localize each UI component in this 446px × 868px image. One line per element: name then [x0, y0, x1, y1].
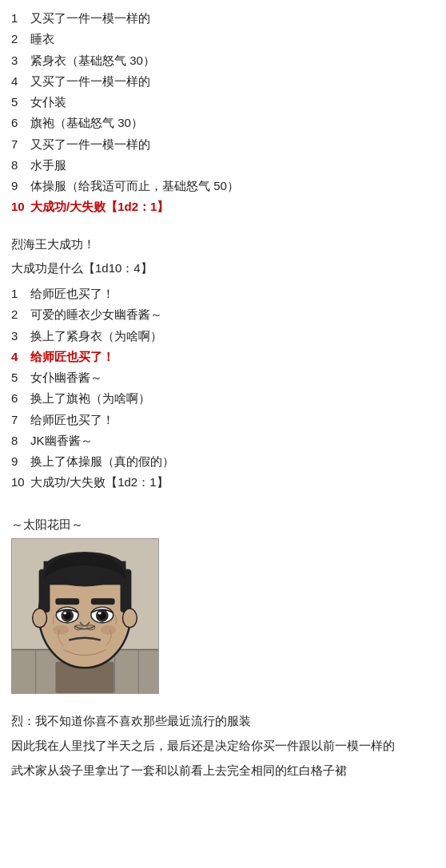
- list-item: 3 换上了紧身衣（为啥啊）: [11, 326, 435, 347]
- svg-rect-17: [55, 598, 79, 604]
- list-num: 9: [11, 451, 27, 472]
- list-num-red: 10: [11, 196, 27, 217]
- svg-point-22: [63, 612, 66, 614]
- list-text: 紧身衣（基础怒气 30）: [30, 50, 155, 71]
- list-text: 旗袍（基础怒气 30）: [30, 113, 143, 133]
- paragraph-text: 因此我在人里找了半天之后，最后还是决定给你买一件跟以前一模一样的: [11, 739, 395, 752]
- announce-line1: 烈海王大成功！: [11, 234, 435, 255]
- svg-point-16: [122, 608, 137, 628]
- blank-line: [11, 223, 435, 234]
- paragraph-text: 烈：我不知道你喜不喜欢那些最近流行的服装: [11, 714, 251, 727]
- svg-point-30: [101, 625, 117, 635]
- list-num: 1: [11, 8, 27, 29]
- list-text: 水手服: [30, 155, 66, 176]
- list-text: 换上了旗袍（为啥啊）: [30, 388, 150, 409]
- paragraph-section: 烈：我不知道你喜不喜欢那些最近流行的服装 因此我在人里找了半天之后，最后还是决定…: [11, 710, 435, 782]
- list-item: 2 可爱的睡衣少女幽香酱～: [11, 304, 435, 325]
- list-num: 1: [11, 283, 27, 304]
- svg-rect-14: [121, 569, 132, 612]
- list-num: 6: [11, 113, 27, 133]
- list-item: 5 女仆幽香酱～: [11, 367, 435, 388]
- list-num-red: 4: [11, 347, 27, 367]
- manga-face-svg: [12, 539, 158, 693]
- paragraph-1: 烈：我不知道你喜不喜欢那些最近流行的服装: [11, 710, 435, 731]
- list-item: 8 JK幽香酱～: [11, 430, 435, 451]
- list-num: 3: [11, 50, 27, 71]
- list-num: 7: [11, 134, 27, 155]
- list-text: 女仆幽香酱～: [30, 367, 102, 388]
- list-num: 6: [11, 388, 27, 409]
- list-item: 8 水手服: [11, 155, 435, 176]
- list-num: 10: [11, 472, 27, 493]
- image-caption: ～太阳花田～: [11, 514, 83, 535]
- list-text: 给师匠也买了！: [30, 410, 114, 430]
- list-text: JK幽香酱～: [30, 430, 93, 451]
- list-text: 女仆装: [30, 92, 66, 113]
- list-num: 5: [11, 92, 27, 113]
- list-num: 3: [11, 326, 27, 347]
- list-num: 8: [11, 430, 27, 451]
- list-text: 换上了体操服（真的假的）: [30, 451, 174, 472]
- image-section: ～太阳花田～: [11, 514, 435, 694]
- list-num: 2: [11, 304, 27, 325]
- list-item: 4 又买了一件一模一样的: [11, 71, 435, 92]
- list-text: 睡衣: [30, 29, 54, 50]
- list-text: 换上了紧身衣（为啥啊）: [30, 326, 162, 347]
- list-text: 可爱的睡衣少女幽香酱～: [30, 304, 162, 325]
- list-item: 6 换上了旗袍（为啥啊）: [11, 388, 435, 409]
- list-text: 体操服（给我适可而止，基础怒气 50）: [30, 176, 239, 196]
- list-item: 6 旗袍（基础怒气 30）: [11, 113, 435, 133]
- svg-point-15: [33, 608, 47, 628]
- list-item: 9 换上了体操服（真的假的）: [11, 451, 435, 472]
- list-section-1: 1 又买了一件一模一样的 2 睡衣 3 紧身衣（基础怒气 30） 4 又买了一件…: [11, 8, 435, 218]
- list-item: 5 女仆装: [11, 92, 435, 113]
- list-text: 又买了一件一模一样的: [30, 8, 150, 29]
- blank-line: [11, 699, 435, 710]
- list-num: 7: [11, 410, 27, 430]
- list-num: 2: [11, 29, 27, 50]
- list-item: 2 睡衣: [11, 29, 435, 50]
- svg-point-26: [98, 612, 102, 614]
- paragraph-2: 因此我在人里找了半天之后，最后还是决定给你买一件跟以前一模一样的: [11, 735, 435, 756]
- list-text: 又买了一件一模一样的: [30, 134, 150, 155]
- announce-section: 烈海王大成功！ 大成功是什么【1d10：4】: [11, 234, 435, 279]
- list-num: 8: [11, 155, 27, 176]
- svg-point-29: [53, 625, 69, 635]
- list-num: 4: [11, 71, 27, 92]
- blank-line: [11, 498, 435, 509]
- list-item-red: 10 大成功/大失败【1d2：1】: [11, 196, 435, 217]
- list-item: 1 给师匠也买了！: [11, 283, 435, 304]
- list-num: 9: [11, 176, 27, 196]
- list-item: 7 又买了一件一模一样的: [11, 134, 435, 155]
- paragraph-text: 武术家从袋子里拿出了一套和以前看上去完全相同的红白格子裙: [11, 763, 347, 777]
- list-num: 5: [11, 367, 27, 388]
- svg-rect-18: [91, 598, 115, 604]
- list-item: 3 紧身衣（基础怒气 30）: [11, 50, 435, 71]
- paragraph-3: 武术家从袋子里拿出了一套和以前看上去完全相同的红白格子裙: [11, 759, 435, 781]
- list-text: 大成功/大失败【1d2：1】: [30, 472, 169, 493]
- list-item-red: 4 给师匠也买了！: [11, 347, 435, 367]
- list-item: 1 又买了一件一模一样的: [11, 8, 435, 29]
- list-text: 给师匠也买了！: [30, 283, 114, 304]
- manga-image: [11, 538, 159, 694]
- announce-line2: 大成功是什么【1d10：4】: [11, 258, 435, 279]
- list-text: 又买了一件一模一样的: [30, 71, 150, 92]
- list-item: 9 体操服（给我适可而止，基础怒气 50）: [11, 176, 435, 196]
- list-section-2: 1 给师匠也买了！ 2 可爱的睡衣少女幽香酱～ 3 换上了紧身衣（为啥啊） 4 …: [11, 283, 435, 493]
- list-text-red: 大成功/大失败【1d2：1】: [30, 196, 169, 217]
- list-item: 7 给师匠也买了！: [11, 410, 435, 430]
- list-text-red: 给师匠也买了！: [30, 347, 114, 367]
- list-item: 10 大成功/大失败【1d2：1】: [11, 472, 435, 493]
